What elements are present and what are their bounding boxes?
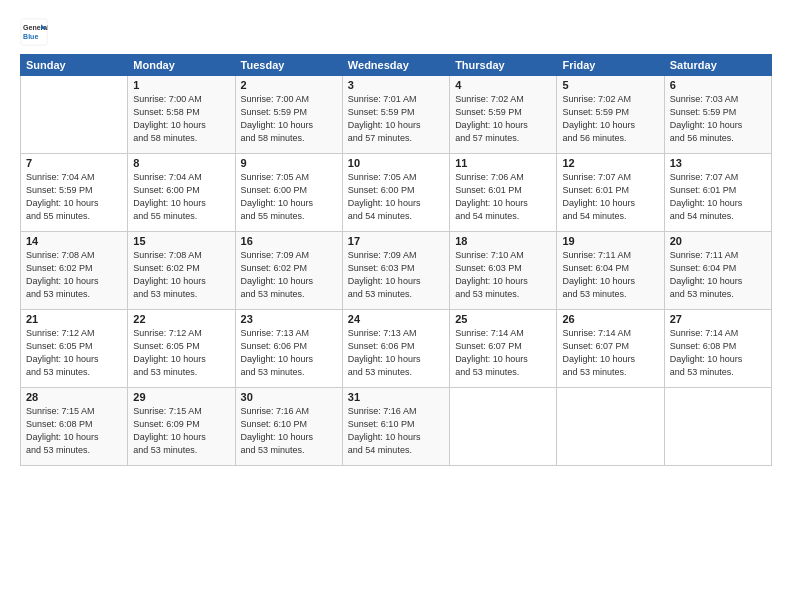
day-detail: Sunrise: 7:13 AM Sunset: 6:06 PM Dayligh…: [348, 328, 421, 377]
calendar-cell: 28Sunrise: 7:15 AM Sunset: 6:08 PM Dayli…: [21, 388, 128, 466]
day-detail: Sunrise: 7:02 AM Sunset: 5:59 PM Dayligh…: [562, 94, 635, 143]
day-detail: Sunrise: 7:08 AM Sunset: 6:02 PM Dayligh…: [26, 250, 99, 299]
calendar-cell: 14Sunrise: 7:08 AM Sunset: 6:02 PM Dayli…: [21, 232, 128, 310]
calendar-cell: 8Sunrise: 7:04 AM Sunset: 6:00 PM Daylig…: [128, 154, 235, 232]
calendar-cell: 15Sunrise: 7:08 AM Sunset: 6:02 PM Dayli…: [128, 232, 235, 310]
weekday-header-saturday: Saturday: [664, 55, 771, 76]
day-detail: Sunrise: 7:14 AM Sunset: 6:07 PM Dayligh…: [562, 328, 635, 377]
calendar-cell: 29Sunrise: 7:15 AM Sunset: 6:09 PM Dayli…: [128, 388, 235, 466]
day-number: 14: [26, 235, 122, 247]
day-number: 16: [241, 235, 337, 247]
day-number: 21: [26, 313, 122, 325]
calendar-cell: 3Sunrise: 7:01 AM Sunset: 5:59 PM Daylig…: [342, 76, 449, 154]
weekday-header-sunday: Sunday: [21, 55, 128, 76]
logo: General Blue: [20, 18, 48, 46]
weekday-header-monday: Monday: [128, 55, 235, 76]
day-detail: Sunrise: 7:09 AM Sunset: 6:02 PM Dayligh…: [241, 250, 314, 299]
day-number: 15: [133, 235, 229, 247]
calendar-cell: 12Sunrise: 7:07 AM Sunset: 6:01 PM Dayli…: [557, 154, 664, 232]
day-number: 22: [133, 313, 229, 325]
day-number: 31: [348, 391, 444, 403]
day-number: 30: [241, 391, 337, 403]
calendar-cell: [664, 388, 771, 466]
svg-rect-0: [21, 19, 47, 45]
calendar-cell: 21Sunrise: 7:12 AM Sunset: 6:05 PM Dayli…: [21, 310, 128, 388]
day-detail: Sunrise: 7:15 AM Sunset: 6:08 PM Dayligh…: [26, 406, 99, 455]
day-number: 6: [670, 79, 766, 91]
day-detail: Sunrise: 7:13 AM Sunset: 6:06 PM Dayligh…: [241, 328, 314, 377]
day-number: 9: [241, 157, 337, 169]
day-detail: Sunrise: 7:12 AM Sunset: 6:05 PM Dayligh…: [26, 328, 99, 377]
day-detail: Sunrise: 7:04 AM Sunset: 6:00 PM Dayligh…: [133, 172, 206, 221]
day-detail: Sunrise: 7:09 AM Sunset: 6:03 PM Dayligh…: [348, 250, 421, 299]
week-row-3: 14Sunrise: 7:08 AM Sunset: 6:02 PM Dayli…: [21, 232, 772, 310]
svg-text:Blue: Blue: [23, 33, 38, 40]
calendar-cell: 9Sunrise: 7:05 AM Sunset: 6:00 PM Daylig…: [235, 154, 342, 232]
day-detail: Sunrise: 7:06 AM Sunset: 6:01 PM Dayligh…: [455, 172, 528, 221]
day-number: 13: [670, 157, 766, 169]
day-number: 3: [348, 79, 444, 91]
day-detail: Sunrise: 7:08 AM Sunset: 6:02 PM Dayligh…: [133, 250, 206, 299]
day-number: 17: [348, 235, 444, 247]
day-detail: Sunrise: 7:02 AM Sunset: 5:59 PM Dayligh…: [455, 94, 528, 143]
week-row-4: 21Sunrise: 7:12 AM Sunset: 6:05 PM Dayli…: [21, 310, 772, 388]
calendar-cell: 30Sunrise: 7:16 AM Sunset: 6:10 PM Dayli…: [235, 388, 342, 466]
day-number: 29: [133, 391, 229, 403]
logo-icon: General Blue: [20, 18, 48, 46]
calendar-cell: 2Sunrise: 7:00 AM Sunset: 5:59 PM Daylig…: [235, 76, 342, 154]
day-detail: Sunrise: 7:16 AM Sunset: 6:10 PM Dayligh…: [348, 406, 421, 455]
day-detail: Sunrise: 7:00 AM Sunset: 5:59 PM Dayligh…: [241, 94, 314, 143]
calendar-cell: 19Sunrise: 7:11 AM Sunset: 6:04 PM Dayli…: [557, 232, 664, 310]
calendar-cell: [557, 388, 664, 466]
header: General Blue: [20, 18, 772, 46]
day-detail: Sunrise: 7:07 AM Sunset: 6:01 PM Dayligh…: [562, 172, 635, 221]
day-detail: Sunrise: 7:07 AM Sunset: 6:01 PM Dayligh…: [670, 172, 743, 221]
weekday-header-wednesday: Wednesday: [342, 55, 449, 76]
calendar-cell: 23Sunrise: 7:13 AM Sunset: 6:06 PM Dayli…: [235, 310, 342, 388]
week-row-2: 7Sunrise: 7:04 AM Sunset: 5:59 PM Daylig…: [21, 154, 772, 232]
day-number: 7: [26, 157, 122, 169]
day-detail: Sunrise: 7:00 AM Sunset: 5:58 PM Dayligh…: [133, 94, 206, 143]
weekday-header-friday: Friday: [557, 55, 664, 76]
calendar-cell: 4Sunrise: 7:02 AM Sunset: 5:59 PM Daylig…: [450, 76, 557, 154]
day-detail: Sunrise: 7:12 AM Sunset: 6:05 PM Dayligh…: [133, 328, 206, 377]
weekday-header-thursday: Thursday: [450, 55, 557, 76]
day-number: 8: [133, 157, 229, 169]
day-detail: Sunrise: 7:14 AM Sunset: 6:07 PM Dayligh…: [455, 328, 528, 377]
weekday-header-row: SundayMondayTuesdayWednesdayThursdayFrid…: [21, 55, 772, 76]
day-number: 12: [562, 157, 658, 169]
day-number: 25: [455, 313, 551, 325]
day-detail: Sunrise: 7:01 AM Sunset: 5:59 PM Dayligh…: [348, 94, 421, 143]
week-row-5: 28Sunrise: 7:15 AM Sunset: 6:08 PM Dayli…: [21, 388, 772, 466]
day-number: 19: [562, 235, 658, 247]
day-number: 2: [241, 79, 337, 91]
page: General Blue SundayMondayTuesdayWednesda…: [0, 0, 792, 612]
day-detail: Sunrise: 7:05 AM Sunset: 6:00 PM Dayligh…: [241, 172, 314, 221]
day-number: 24: [348, 313, 444, 325]
day-detail: Sunrise: 7:05 AM Sunset: 6:00 PM Dayligh…: [348, 172, 421, 221]
day-number: 28: [26, 391, 122, 403]
day-number: 20: [670, 235, 766, 247]
day-detail: Sunrise: 7:14 AM Sunset: 6:08 PM Dayligh…: [670, 328, 743, 377]
day-number: 11: [455, 157, 551, 169]
day-detail: Sunrise: 7:10 AM Sunset: 6:03 PM Dayligh…: [455, 250, 528, 299]
calendar-cell: 7Sunrise: 7:04 AM Sunset: 5:59 PM Daylig…: [21, 154, 128, 232]
day-number: 10: [348, 157, 444, 169]
calendar-cell: 5Sunrise: 7:02 AM Sunset: 5:59 PM Daylig…: [557, 76, 664, 154]
day-number: 23: [241, 313, 337, 325]
day-detail: Sunrise: 7:04 AM Sunset: 5:59 PM Dayligh…: [26, 172, 99, 221]
calendar-cell: 20Sunrise: 7:11 AM Sunset: 6:04 PM Dayli…: [664, 232, 771, 310]
day-number: 5: [562, 79, 658, 91]
day-number: 4: [455, 79, 551, 91]
calendar-table: SundayMondayTuesdayWednesdayThursdayFrid…: [20, 54, 772, 466]
day-number: 18: [455, 235, 551, 247]
calendar-cell: 13Sunrise: 7:07 AM Sunset: 6:01 PM Dayli…: [664, 154, 771, 232]
day-number: 26: [562, 313, 658, 325]
calendar-cell: 17Sunrise: 7:09 AM Sunset: 6:03 PM Dayli…: [342, 232, 449, 310]
calendar-cell: [21, 76, 128, 154]
calendar-cell: [450, 388, 557, 466]
calendar-cell: 31Sunrise: 7:16 AM Sunset: 6:10 PM Dayli…: [342, 388, 449, 466]
calendar-cell: 25Sunrise: 7:14 AM Sunset: 6:07 PM Dayli…: [450, 310, 557, 388]
calendar-cell: 26Sunrise: 7:14 AM Sunset: 6:07 PM Dayli…: [557, 310, 664, 388]
calendar-cell: 10Sunrise: 7:05 AM Sunset: 6:00 PM Dayli…: [342, 154, 449, 232]
